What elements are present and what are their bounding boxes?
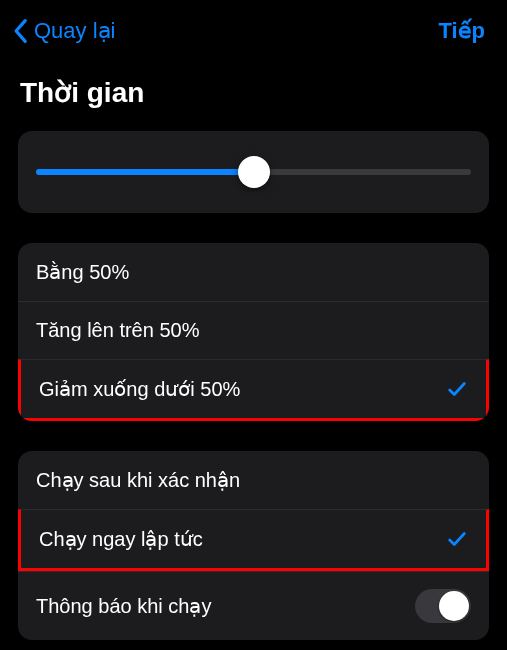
option-falls-below[interactable]: Giảm xuống dưới 50% xyxy=(18,359,489,421)
option-label: Giảm xuống dưới 50% xyxy=(39,377,240,401)
option-label: Bằng 50% xyxy=(36,260,129,284)
toggle-knob xyxy=(439,591,469,621)
checkmark-icon xyxy=(446,378,468,400)
run-group: Chạy sau khi xác nhận Chạy ngay lập tức … xyxy=(18,451,489,640)
checkmark-icon xyxy=(446,528,468,550)
next-button[interactable]: Tiếp xyxy=(438,18,485,44)
back-label: Quay lại xyxy=(34,18,115,44)
back-button[interactable]: Quay lại xyxy=(12,18,115,44)
notify-label: Thông báo khi chạy xyxy=(36,594,211,618)
page-title: Thời gian xyxy=(0,58,507,131)
option-rises-above[interactable]: Tăng lên trên 50% xyxy=(18,301,489,359)
notify-row: Thông báo khi chạy xyxy=(18,571,489,640)
run-immediately[interactable]: Chạy ngay lập tức xyxy=(18,509,489,571)
notify-toggle[interactable] xyxy=(415,589,471,623)
slider-fill xyxy=(36,169,254,175)
option-equals[interactable]: Bằng 50% xyxy=(18,243,489,301)
option-label: Tăng lên trên 50% xyxy=(36,319,199,342)
slider-card xyxy=(18,131,489,213)
run-label: Chạy sau khi xác nhận xyxy=(36,468,240,492)
condition-group: Bằng 50% Tăng lên trên 50% Giảm xuống dư… xyxy=(18,243,489,421)
run-label: Chạy ngay lập tức xyxy=(39,527,203,551)
run-after-confirm[interactable]: Chạy sau khi xác nhận xyxy=(18,451,489,509)
slider-thumb[interactable] xyxy=(238,156,270,188)
chevron-left-icon xyxy=(12,18,28,44)
time-slider[interactable] xyxy=(36,157,471,187)
